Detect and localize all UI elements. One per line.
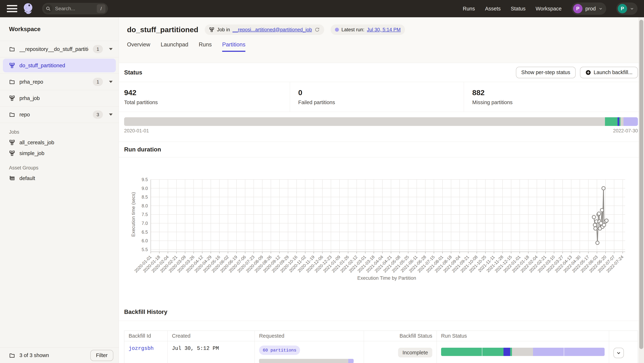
status-heading: Status [124, 69, 142, 76]
svg-text:Execution Time by Partition: Execution Time by Partition [357, 276, 416, 281]
bar-segment-gray [620, 117, 624, 126]
reload-icon[interactable] [314, 27, 320, 32]
plus-circle-icon [585, 70, 591, 75]
user-avatar: P [618, 4, 627, 13]
bar-segment-green [441, 348, 482, 356]
backfill-history-heading: Backfill History [124, 308, 167, 315]
deployment-name: prod [585, 6, 596, 12]
sidebar-item-prha-job[interactable]: prha_job [0, 90, 119, 106]
sidebar-item-label: prha_job [20, 95, 112, 101]
bar-segment-gray [512, 348, 533, 356]
scrollbar-thumb[interactable] [639, 20, 643, 349]
sidebar-item-label: do_stuff_partitioned [20, 62, 116, 68]
folder-icon [9, 46, 15, 52]
sidebar-item-label: default [20, 176, 112, 181]
item-count-badge: 1 [93, 45, 103, 53]
bar-segment-blue [504, 348, 510, 356]
bar-segment-gray [259, 359, 348, 363]
sidebar-item-all-cereals-job[interactable]: all_cereals_job [0, 137, 119, 148]
tab-launchpad[interactable]: Launchpad [161, 41, 188, 52]
chevron-down-icon [616, 350, 621, 355]
global-search[interactable]: / [42, 3, 108, 14]
stat-label: Missing partitions [472, 100, 638, 106]
caret-down-icon[interactable] [109, 114, 112, 116]
svg-text:9.5: 9.5 [142, 177, 148, 182]
col-backfill-status: Backfill Status [364, 331, 437, 341]
svg-text:Execution time (secs): Execution time (secs) [130, 192, 136, 237]
caret-down-icon[interactable] [109, 81, 112, 83]
sidebar-item-simple-job[interactable]: simple_job [0, 148, 119, 159]
launch-backfill-label: Launch backfill... [594, 70, 632, 75]
bar-segment-green [510, 348, 512, 356]
search-input[interactable] [55, 6, 97, 12]
partition-status-bar[interactable] [124, 117, 638, 126]
nav-link-assets[interactable]: Assets [485, 6, 501, 12]
search-icon [44, 4, 52, 13]
main-content: do_stuff_partitioned Job in __reposi...a… [119, 17, 644, 363]
latest-run-link[interactable]: Jul 30, 5:14 PM [367, 27, 401, 32]
svg-text:6.5: 6.5 [142, 230, 148, 234]
user-menu[interactable]: P [616, 2, 638, 15]
job-origin-link[interactable]: __reposi...artitioned@partitioned_job [232, 27, 312, 32]
folder-icon [9, 352, 15, 358]
show-per-step-status-button[interactable]: Show per-step status [516, 67, 576, 78]
tab-runs[interactable]: Runs [199, 41, 212, 52]
repos-shown-count: 3 of 3 shown [20, 352, 49, 358]
launch-backfill-button[interactable]: Launch backfill... [580, 67, 638, 78]
sidebar-item-do-stuff-partitioned[interactable]: do_stuff_partitioned [0, 58, 119, 74]
stat-label: Total partitions [124, 100, 290, 106]
nav-link-workspace[interactable]: Workspace [536, 6, 562, 12]
dagster-logo-icon [21, 2, 35, 16]
bar-segment-gray [124, 117, 605, 126]
tab-overview[interactable]: Overview [127, 41, 150, 52]
bar-segment-green [605, 117, 618, 126]
svg-text:6.0: 6.0 [142, 238, 148, 243]
sidebar-item--repository-do-stuff-partitio-[interactable]: __repository__do_stuff_partitio...1 [0, 41, 119, 58]
sidebar-title: Workspace [0, 17, 119, 41]
item-count-badge: 3 [93, 110, 103, 119]
backfill-created: Jul 30, 5:12 PM [172, 346, 219, 352]
workspace-sidebar: Workspace __repository__do_stuff_partiti… [0, 17, 119, 363]
backfill-table: Backfill IdCreatedRequestedBackfill Stat… [124, 330, 638, 363]
svg-text:8.5: 8.5 [142, 194, 148, 200]
job-icon [9, 140, 15, 146]
dagster-logo[interactable] [21, 2, 35, 16]
deployment-avatar: P [573, 4, 582, 13]
sidebar-item-prha-repo[interactable]: prha_repo1 [0, 74, 119, 90]
hamburger-menu-icon[interactable] [7, 5, 17, 12]
tab-partitions[interactable]: Partitions [222, 41, 245, 52]
nav-link-status[interactable]: Status [511, 6, 526, 12]
sidebar-item-repo[interactable]: repo3 [0, 106, 119, 123]
bar-segment-lavender [624, 117, 638, 126]
stat-failed-partitions: 0Failed partitions [290, 82, 464, 112]
col-actions [609, 331, 638, 341]
bar-segment-green [482, 348, 504, 356]
page-scrollbar[interactable] [638, 17, 644, 363]
requested-partitions-badge[interactable]: 60 partitions [259, 346, 300, 355]
bar-end-date: 2022-07-30 [613, 128, 638, 134]
nav-link-runs[interactable]: Runs [463, 6, 475, 12]
dagster-app: / Runs Assets Status Workspace P prod P [0, 0, 644, 363]
backfill-id-link[interactable]: jozrgsbh [128, 346, 154, 352]
job-icon [209, 27, 214, 32]
sidebar-item-default[interactable]: default [0, 173, 119, 184]
bar-start-date: 2020-01-01 [124, 128, 149, 134]
run-duration-chart: 5.56.06.57.07.58.08.59.09.52020-01-01202… [119, 158, 644, 303]
job-icon [9, 62, 15, 68]
col-run-status: Run Status [437, 331, 609, 341]
expand-row-button[interactable] [614, 348, 624, 358]
sidebar-item-label: prha_repo [20, 79, 88, 85]
svg-text:7.5: 7.5 [142, 212, 148, 217]
run-duration-header: Run duration [119, 142, 644, 158]
sidebar-item-label: all_cereals_job [20, 140, 112, 146]
stat-missing-partitions: 882Missing partitions [464, 82, 638, 112]
deployment-switcher[interactable]: P prod [572, 2, 606, 15]
run-status-bar[interactable] [441, 348, 604, 356]
job-origin-badge: Job in __reposi...artitioned@partitioned… [205, 24, 324, 35]
stat-total-partitions: 942Total partitions [124, 82, 290, 112]
sidebar-item-label: simple_job [20, 150, 112, 156]
caret-down-icon[interactable] [109, 48, 112, 50]
svg-text:8.0: 8.0 [142, 203, 148, 208]
filter-button[interactable]: Filter [90, 350, 113, 361]
svg-text:5.5: 5.5 [142, 247, 148, 252]
